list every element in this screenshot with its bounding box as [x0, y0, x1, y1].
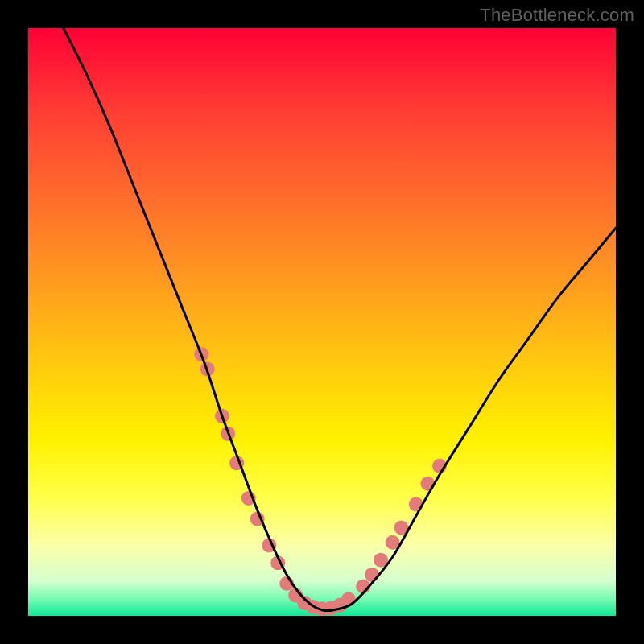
highlight-dot	[242, 491, 256, 506]
highlight-dot	[432, 459, 447, 473]
bottleneck-curve	[64, 28, 616, 611]
highlight-dot	[315, 601, 329, 616]
highlight-dot	[262, 538, 276, 552]
highlight-dot	[394, 521, 409, 535]
curve-layer	[28, 28, 616, 616]
highlight-dot	[386, 535, 400, 550]
highlight-dot	[270, 555, 285, 570]
highlight-dot	[221, 427, 235, 441]
highlight-dot	[306, 600, 320, 614]
highlight-dot	[288, 588, 303, 602]
highlight-dot	[297, 596, 312, 610]
highlight-dot	[324, 601, 338, 616]
highlight-dot	[420, 477, 435, 491]
highlight-dot	[365, 568, 379, 582]
highlight-dot	[279, 576, 294, 591]
watermark-text: TheBottleneck.com	[480, 5, 634, 26]
highlight-dots	[194, 347, 447, 616]
highlight-dot	[341, 592, 356, 607]
highlight-dot	[215, 409, 229, 423]
highlight-dot	[332, 598, 347, 613]
chart-frame: TheBottleneck.com	[0, 0, 644, 644]
highlight-dot	[374, 553, 388, 568]
highlight-dot	[356, 580, 370, 594]
highlight-dot	[409, 497, 423, 511]
highlight-dot	[250, 512, 265, 526]
plot-area	[28, 28, 616, 616]
highlight-dot	[229, 456, 244, 470]
highlight-dot	[194, 347, 208, 361]
highlight-dot	[200, 361, 215, 376]
